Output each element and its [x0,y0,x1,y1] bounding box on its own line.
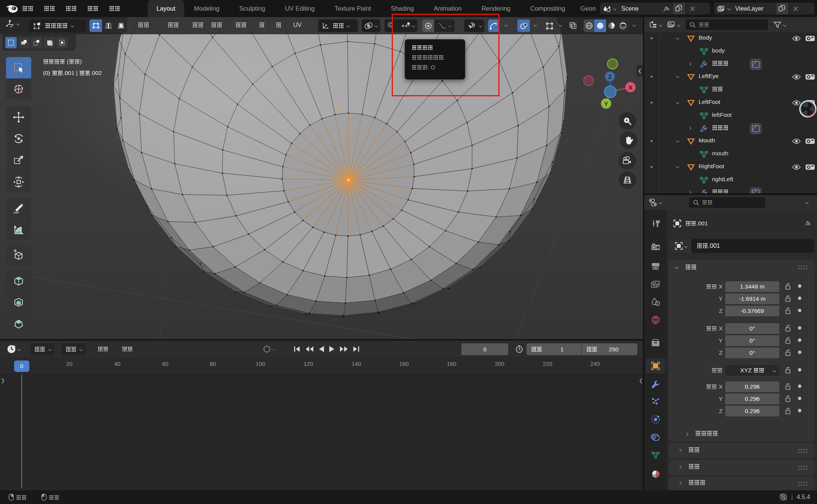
svg-text:Z: Z [608,73,611,80]
svg-text:Y: Y [604,100,608,107]
svg-text:X: X [629,84,632,91]
